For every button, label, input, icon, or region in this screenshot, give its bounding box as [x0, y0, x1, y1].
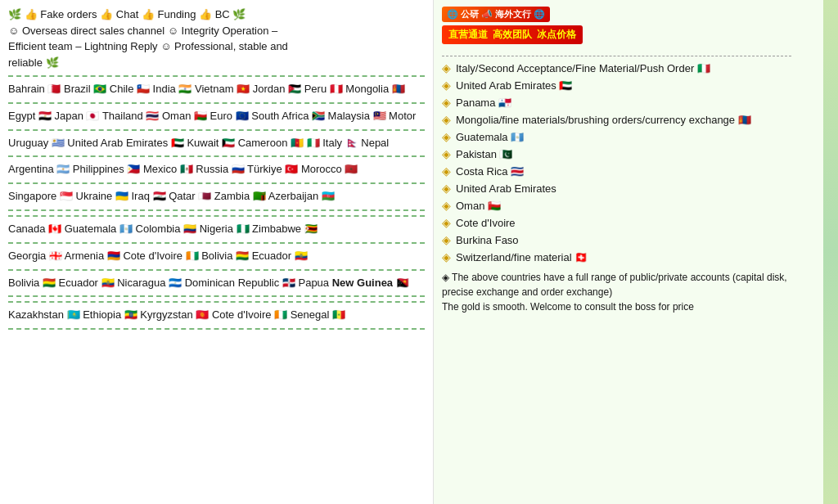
intro-line1: 🌿 👍 Fake orders 👍 Chat 👍 Funding 👍 BC 🌿: [8, 7, 425, 23]
intro-line3: Efficient team – Lightning Reply ☺ Profe…: [8, 38, 425, 55]
right-item-text-2: United Arab Emirates 🇦🇪: [456, 79, 830, 92]
country-row-8: Bolivia 🇧🇴 Ecuador 🇪🇨 Nicaragua 🇳🇮 Domin…: [8, 275, 425, 292]
diamond-icon-7: ◈: [442, 164, 451, 178]
country-row-3: Uruguay 🇺🇾 United Arab Emirates 🇦🇪 Kuwai…: [8, 135, 425, 152]
diamond-icon-10: ◈: [442, 216, 451, 229]
diamond-icon-4: ◈: [442, 113, 451, 126]
right-item-text-1: Italy/Second Acceptance/Fine Material/Pu…: [456, 62, 830, 74]
banner-item-3: 冰点价格: [537, 28, 576, 42]
header-banner: 直营通道 高效团队 冰点价格: [442, 25, 583, 44]
footer-text: ◈ The above countries have a full range …: [442, 270, 830, 314]
country-row-2: Egypt 🇪🇬 Japan 🇯🇵 Thailand 🇹🇭 Oman 🇴🇲 Eu…: [8, 108, 425, 125]
new-guinea-bold: New Guinea: [332, 277, 393, 289]
country-row-4: Argentina 🇦🇷 Philippines 🇵🇭 Mexico 🇲🇽 Ru…: [8, 161, 425, 178]
right-item-8: ◈ United Arab Emirates: [442, 182, 830, 195]
header-logo-text: 🌐 公研 📣 海外文行 🌐: [447, 8, 545, 20]
divider-8: [8, 269, 425, 271]
diamond-icon-12: ◈: [442, 250, 451, 263]
right-item-5: ◈ Guatemala 🇬🇹: [442, 130, 830, 143]
divider-9b: [8, 301, 425, 303]
diamond-icon-3: ◈: [442, 96, 451, 109]
banner-item-2: 高效团队: [493, 28, 532, 42]
diamond-icon-1: ◈: [442, 61, 451, 74]
country-row-5: Singapore 🇸🇬 Ukraine 🇺🇦 Iraq 🇮🇶 Qatar 🇶🇦…: [8, 188, 425, 205]
diamond-icon-6: ◈: [442, 147, 451, 160]
right-item-9: ◈ Oman 🇴🇲: [442, 199, 830, 212]
header-logo: 🌐 公研 📣 海外文行 🌐: [442, 7, 550, 22]
diamond-icon-5: ◈: [442, 130, 451, 143]
right-item-text-9: Oman 🇴🇲: [456, 200, 830, 212]
right-item-text-4: Mongolia/fine materials/brushing orders/…: [456, 114, 830, 126]
footer-line-2: The gold is smooth. Welcome to consult t…: [442, 299, 813, 314]
right-item-10: ◈ Cote d'Ivoire: [442, 216, 830, 229]
footer-line-1: ◈ The above countries have a full range …: [442, 270, 813, 299]
right-item-7: ◈ Costa Rica 🇨🇷: [442, 164, 830, 178]
country-row-9: Kazakhstan 🇰🇿 Ethiopia 🇪🇹 Kyrgyzstan 🇰🇬 …: [8, 307, 425, 324]
right-item-text-11: Burkina Faso: [456, 234, 830, 246]
country-row-6: Canada 🇨🇦 Guatemala 🇬🇹 Colombia 🇨🇴 Niger…: [8, 221, 425, 238]
right-item-text-6: Pakistan 🇵🇰: [456, 148, 830, 160]
intro-block: 🌿 👍 Fake orders 👍 Chat 👍 Funding 👍 BC 🌿 …: [8, 7, 425, 70]
country-row-7: Georgia 🇬🇪 Armenia 🇦🇲 Cote d'Ivoire 🇨🇮 B…: [8, 248, 425, 265]
right-divider-top: [442, 56, 791, 56]
divider-6: [8, 209, 425, 211]
country-row-1: Bahrain 🇧🇭 Brazil 🇧🇷 Chile 🇨🇱 India 🇮🇳 V…: [8, 81, 425, 98]
diamond-icon-11: ◈: [442, 233, 451, 246]
intro-line4: reliable 🌿: [8, 55, 425, 71]
divider-5: [8, 182, 425, 184]
right-item-6: ◈ Pakistan 🇵🇰: [442, 147, 830, 160]
right-item-4: ◈ Mongolia/fine materials/brushing order…: [442, 113, 830, 126]
divider-6b: [8, 215, 425, 217]
right-item-1: ◈ Italy/Second Acceptance/Fine Material/…: [442, 61, 830, 74]
right-item-3: ◈ Panama 🇵🇦: [442, 96, 830, 109]
right-item-text-12: Switzerland/fine material 🇨🇭: [456, 251, 830, 263]
diamond-icon-2: ◈: [442, 79, 451, 92]
right-header: 🌐 公研 📣 海外文行 🌐 直营通道 高效团队 冰点价格: [442, 7, 830, 49]
diamond-icon-9: ◈: [442, 199, 451, 212]
right-panel: 🌐 公研 📣 海外文行 🌐 直营通道 高效团队 冰点价格 ◈ Italy/Sec…: [434, 0, 838, 504]
right-item-12: ◈ Switzerland/fine material 🇨🇭: [442, 250, 830, 263]
divider-3: [8, 129, 425, 131]
banner-item-1: 直营通道: [448, 28, 488, 42]
right-item-text-3: Panama 🇵🇦: [456, 97, 830, 109]
diamond-icon-8: ◈: [442, 182, 451, 195]
left-panel: 🌿 👍 Fake orders 👍 Chat 👍 Funding 👍 BC 🌿 …: [0, 0, 434, 504]
right-item-text-5: Guatemala 🇬🇹: [456, 131, 830, 143]
divider-9: [8, 295, 425, 297]
main-container: 🌿 👍 Fake orders 👍 Chat 👍 Funding 👍 BC 🌿 …: [0, 0, 838, 504]
right-item-11: ◈ Burkina Faso: [442, 233, 830, 246]
divider-10: [8, 328, 425, 330]
right-item-2: ◈ United Arab Emirates 🇦🇪: [442, 79, 830, 92]
intro-line2: ☺ Overseas direct sales channel ☺ Integr…: [8, 23, 425, 39]
divider-2: [8, 102, 425, 104]
right-item-text-8: United Arab Emirates: [456, 182, 830, 195]
right-item-text-7: Costa Rica 🇨🇷: [456, 165, 830, 178]
divider-4: [8, 155, 425, 157]
divider-1: [8, 75, 425, 77]
right-item-text-10: Cote d'Ivoire: [456, 217, 830, 229]
divider-7: [8, 242, 425, 244]
